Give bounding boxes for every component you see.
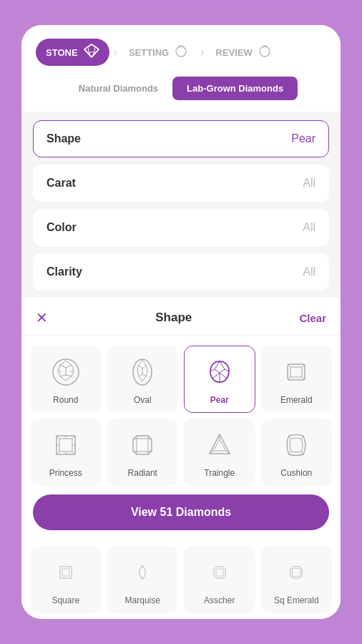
svg-line-65 xyxy=(289,436,291,439)
tab-lab[interactable]: Lab-Grown Diamonds xyxy=(172,77,298,100)
shape-square[interactable]: Square xyxy=(30,546,102,613)
shape-radiant[interactable]: Radiant xyxy=(107,419,179,486)
shape-oval-label: Oval xyxy=(134,395,152,405)
filter-clarity[interactable]: Clarity All xyxy=(33,253,329,291)
shape-traingle-label: Traingle xyxy=(204,468,235,478)
svg-rect-42 xyxy=(59,439,72,452)
view-btn-wrap: View 51 Diamonds xyxy=(21,486,341,539)
tabs-row: Natural Diamonds Lab-Grown Diamonds xyxy=(21,77,341,112)
shape-pear[interactable]: Pear xyxy=(184,346,255,413)
princess-icon xyxy=(47,426,84,464)
step-stone-label: STONE xyxy=(46,47,78,58)
sheet-header: ✕ Shape Clear xyxy=(21,298,341,336)
step-setting-label: SETTING xyxy=(129,47,169,58)
shape-sq-emerald-label: Sq Emerald xyxy=(274,595,319,605)
filter-carat-value: All xyxy=(303,177,315,190)
filter-color[interactable]: Color All xyxy=(33,209,329,246)
svg-rect-69 xyxy=(60,567,72,578)
close-icon[interactable]: ✕ xyxy=(36,309,48,326)
svg-rect-36 xyxy=(290,367,302,377)
shape-cushion[interactable]: Cushion xyxy=(261,419,333,486)
shape-sq-emerald[interactable]: Sq Emerald xyxy=(261,546,333,613)
svg-rect-70 xyxy=(62,569,69,576)
svg-line-12 xyxy=(60,365,66,368)
svg-line-3 xyxy=(88,47,89,52)
marquise-icon xyxy=(124,554,161,591)
filter-clarity-label: Clarity xyxy=(47,265,82,278)
svg-line-21 xyxy=(139,365,142,369)
shape-emerald[interactable]: Emerald xyxy=(261,346,333,413)
svg-marker-0 xyxy=(84,44,99,57)
clear-button[interactable]: Clear xyxy=(299,312,326,324)
ring-icon-1 xyxy=(173,43,189,62)
steps-bar: STONE › SETTING xyxy=(21,25,341,77)
filter-carat-label: Carat xyxy=(47,177,76,190)
shape-radiant-label: Radiant xyxy=(128,468,157,478)
svg-line-23 xyxy=(142,374,146,376)
asscher-icon xyxy=(201,554,238,591)
step-review-label: REVIEW xyxy=(216,47,253,58)
filter-carat[interactable]: Carat All xyxy=(33,165,329,202)
shape-asscher[interactable]: Asscher xyxy=(184,546,255,613)
svg-line-22 xyxy=(142,365,146,369)
sq-emerald-icon xyxy=(278,554,315,591)
filters-section: Shape Pear Carat All Color All Clarity A… xyxy=(21,112,341,291)
svg-line-66 xyxy=(301,436,303,439)
svg-point-8 xyxy=(176,47,186,57)
traingle-icon xyxy=(201,426,238,464)
svg-marker-61 xyxy=(213,439,226,451)
oval-icon xyxy=(124,353,161,391)
shape-pear-label: Pear xyxy=(210,395,229,405)
filter-shape-label: Shape xyxy=(47,132,81,145)
shape-oval[interactable]: Oval xyxy=(107,346,179,413)
tab-natural[interactable]: Natural Diamonds xyxy=(64,77,172,100)
shape-emerald-label: Emerald xyxy=(280,395,313,405)
shape-round-label: Round xyxy=(53,395,78,405)
shape-bottom-sheet: ✕ Shape Clear xyxy=(21,298,341,619)
filter-color-label: Color xyxy=(47,221,77,234)
svg-line-13 xyxy=(66,365,72,368)
svg-line-34 xyxy=(220,373,226,378)
shape-asscher-label: Asscher xyxy=(204,595,235,605)
main-card: STONE › SETTING xyxy=(21,25,341,619)
svg-rect-51 xyxy=(137,439,148,452)
svg-line-17 xyxy=(60,375,66,376)
step-review[interactable]: REVIEW xyxy=(209,38,280,67)
view-diamonds-button[interactable]: View 51 Diamonds xyxy=(33,494,329,530)
svg-line-24 xyxy=(139,374,142,376)
step-stone[interactable]: STONE xyxy=(36,39,109,66)
svg-line-28 xyxy=(215,369,220,373)
shape-marquise[interactable]: Marquise xyxy=(107,546,179,613)
filter-color-value: All xyxy=(303,221,315,234)
svg-line-16 xyxy=(66,375,72,376)
step-arrow-2: › xyxy=(200,46,204,59)
shape-marquise-label: Marquise xyxy=(125,595,160,605)
svg-rect-73 xyxy=(216,569,223,576)
radiant-icon xyxy=(124,426,161,464)
shape-round[interactable]: Round xyxy=(30,346,102,413)
shapes-grid: Round Oval xyxy=(21,336,341,486)
ring-icon-2 xyxy=(257,43,273,62)
svg-point-9 xyxy=(260,47,270,57)
step-setting[interactable]: SETTING xyxy=(122,38,196,67)
pear-icon xyxy=(201,353,238,391)
shapes-grid-bottom: Square Marquise xyxy=(21,536,341,619)
round-icon xyxy=(47,353,84,391)
shape-square-label: Square xyxy=(52,595,79,605)
filter-clarity-value: All xyxy=(303,265,315,278)
shape-princess[interactable]: Princess xyxy=(30,419,102,486)
svg-line-67 xyxy=(289,452,291,454)
cushion-icon xyxy=(278,426,315,464)
svg-line-33 xyxy=(213,373,220,378)
step-arrow-1: › xyxy=(114,46,117,59)
svg-line-68 xyxy=(301,452,303,454)
shape-traingle[interactable]: Traingle xyxy=(184,419,255,486)
sheet-title: Shape xyxy=(155,311,192,325)
shape-cushion-label: Cushion xyxy=(280,468,312,478)
filter-shape-value: Pear xyxy=(291,132,315,145)
diamond-icon xyxy=(84,44,99,61)
shape-princess-label: Princess xyxy=(49,468,82,478)
filter-shape[interactable]: Shape Pear xyxy=(33,120,329,157)
emerald-icon xyxy=(278,353,315,391)
square-icon xyxy=(47,554,84,591)
